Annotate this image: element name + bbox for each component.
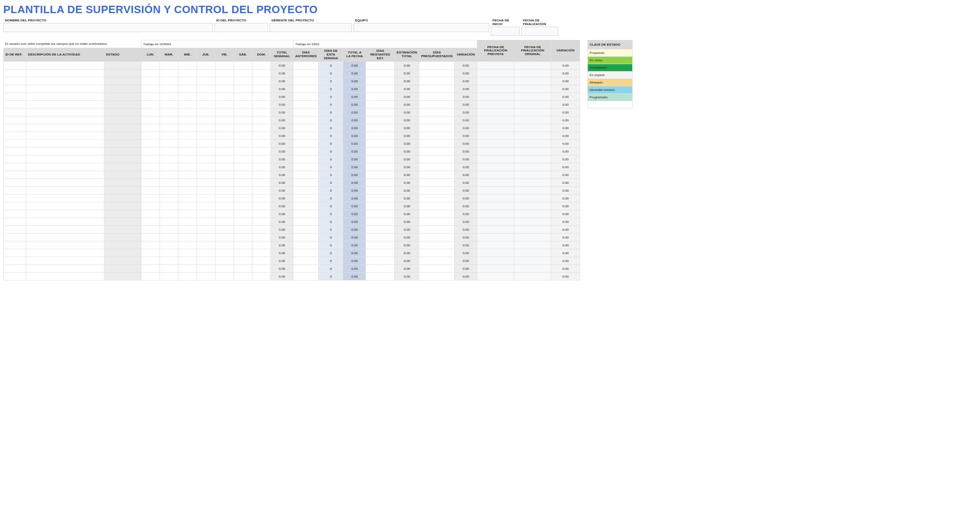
cell-desc[interactable] (26, 155, 104, 163)
cell-sab[interactable] (234, 234, 252, 241)
cell-ref[interactable] (4, 163, 26, 171)
cell-lun[interactable] (141, 155, 160, 163)
cell-lun[interactable] (141, 210, 160, 218)
cell-fecha-prev[interactable] (477, 93, 514, 101)
cell-estado[interactable] (104, 140, 141, 148)
cell-vie[interactable] (215, 195, 234, 202)
start-input[interactable] (491, 27, 520, 36)
cell-fecha-orig[interactable] (514, 148, 551, 155)
cell-estado[interactable] (104, 195, 141, 202)
cell-fecha-orig[interactable] (514, 109, 551, 116)
cell-fecha-prev[interactable] (477, 241, 514, 249)
cell-estado[interactable] (104, 218, 141, 226)
cell-dom[interactable] (252, 155, 271, 163)
cell-dias-ant[interactable] (294, 241, 319, 249)
cell-ref[interactable] (4, 140, 26, 148)
cell-dom[interactable] (252, 124, 271, 132)
cell-sab[interactable] (234, 116, 252, 124)
cell-dom[interactable] (252, 140, 271, 148)
cell-vie[interactable] (215, 62, 234, 70)
cell-ref[interactable] (4, 62, 26, 70)
cell-fecha-orig[interactable] (514, 179, 551, 187)
cell-vie[interactable] (215, 226, 234, 234)
cell-ref[interactable] (4, 101, 26, 109)
cell-fecha-orig[interactable] (514, 77, 551, 85)
cell-dias-ant[interactable] (294, 132, 319, 140)
cell-vie[interactable] (215, 241, 234, 249)
cell-ref[interactable] (4, 226, 26, 234)
cell-mar[interactable] (160, 179, 178, 187)
cell-dias-ant[interactable] (294, 109, 319, 116)
cell-dom[interactable] (252, 171, 271, 179)
cell-lun[interactable] (141, 148, 160, 155)
cell-lun[interactable] (141, 132, 160, 140)
cell-dias-rest[interactable] (366, 116, 395, 124)
cell-dias-ant[interactable] (294, 202, 319, 210)
cell-estado[interactable] (104, 187, 141, 195)
cell-vie[interactable] (215, 234, 234, 241)
cell-mie[interactable] (178, 171, 197, 179)
cell-lun[interactable] (141, 93, 160, 101)
cell-dias-ant[interactable] (294, 101, 319, 109)
cell-dias-rest[interactable] (366, 124, 395, 132)
cell-ref[interactable] (4, 179, 26, 187)
cell-lun[interactable] (141, 179, 160, 187)
cell-mar[interactable] (160, 155, 178, 163)
cell-lun[interactable] (141, 77, 160, 85)
cell-lun[interactable] (141, 124, 160, 132)
project-name-input[interactable] (3, 23, 213, 32)
cell-dias-pres[interactable] (419, 132, 455, 140)
cell-desc[interactable] (26, 163, 104, 171)
cell-vie[interactable] (215, 140, 234, 148)
cell-lun[interactable] (141, 101, 160, 109)
cell-sab[interactable] (234, 273, 252, 280)
cell-dias-pres[interactable] (419, 101, 455, 109)
cell-jue[interactable] (197, 273, 215, 280)
cell-jue[interactable] (197, 210, 215, 218)
cell-sab[interactable] (234, 195, 252, 202)
pm-input[interactable] (270, 23, 352, 32)
cell-sab[interactable] (234, 249, 252, 257)
cell-lun[interactable] (141, 163, 160, 171)
cell-mie[interactable] (178, 257, 197, 265)
cell-vie[interactable] (215, 109, 234, 116)
cell-jue[interactable] (197, 124, 215, 132)
cell-desc[interactable] (26, 179, 104, 187)
cell-fecha-prev[interactable] (477, 257, 514, 265)
cell-dias-pres[interactable] (419, 124, 455, 132)
cell-lun[interactable] (141, 265, 160, 273)
cell-dom[interactable] (252, 187, 271, 195)
cell-ref[interactable] (4, 265, 26, 273)
cell-fecha-prev[interactable] (477, 234, 514, 241)
cell-estado[interactable] (104, 171, 141, 179)
cell-desc[interactable] (26, 171, 104, 179)
cell-dom[interactable] (252, 234, 271, 241)
cell-lun[interactable] (141, 202, 160, 210)
cell-estado[interactable] (104, 265, 141, 273)
cell-sab[interactable] (234, 148, 252, 155)
cell-dias-pres[interactable] (419, 179, 455, 187)
cell-fecha-prev[interactable] (477, 77, 514, 85)
cell-dias-rest[interactable] (366, 187, 395, 195)
cell-vie[interactable] (215, 70, 234, 77)
cell-fecha-orig[interactable] (514, 226, 551, 234)
cell-mar[interactable] (160, 93, 178, 101)
cell-mar[interactable] (160, 210, 178, 218)
cell-dias-ant[interactable] (294, 187, 319, 195)
cell-dom[interactable] (252, 218, 271, 226)
cell-mar[interactable] (160, 101, 178, 109)
cell-dias-rest[interactable] (366, 101, 395, 109)
cell-fecha-orig[interactable] (514, 273, 551, 280)
cell-vie[interactable] (215, 101, 234, 109)
cell-dias-ant[interactable] (294, 249, 319, 257)
cell-sab[interactable] (234, 163, 252, 171)
cell-sab[interactable] (234, 109, 252, 116)
cell-mar[interactable] (160, 273, 178, 280)
cell-fecha-prev[interactable] (477, 116, 514, 124)
cell-dias-rest[interactable] (366, 155, 395, 163)
cell-dom[interactable] (252, 179, 271, 187)
cell-sab[interactable] (234, 70, 252, 77)
cell-dias-rest[interactable] (366, 249, 395, 257)
project-id-input[interactable] (215, 23, 268, 32)
cell-jue[interactable] (197, 195, 215, 202)
